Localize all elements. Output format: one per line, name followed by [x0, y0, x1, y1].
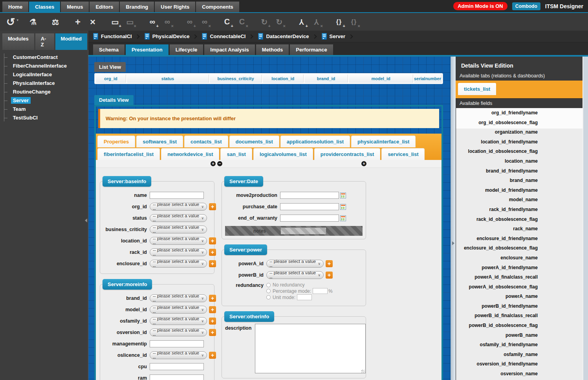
add-screen-icon[interactable]: ▭ + ▾ — [109, 15, 121, 29]
content-tab[interactable]: Lifecycle — [170, 44, 203, 55]
date-input[interactable] — [280, 215, 339, 222]
add-class-icon[interactable]: + ▾ — [71, 15, 84, 29]
add-category-icon[interactable]: C + ▾ — [221, 15, 233, 29]
available-field-item[interactable]: model_id_friendlyname — [456, 185, 583, 195]
select-dropdown[interactable]: -- please select a value --∨ — [150, 329, 207, 336]
date-input[interactable] — [280, 192, 339, 199]
calendar-icon[interactable] — [340, 204, 346, 210]
add-column-button[interactable]: + — [211, 161, 216, 166]
details-tab[interactable]: fiberinterfacelist_list — [97, 148, 160, 160]
list-view-column[interactable]: model_id — [349, 74, 413, 83]
available-field-item[interactable]: org_id_friendlyname — [456, 108, 583, 118]
add-value-button[interactable]: + — [326, 260, 333, 267]
remove-lifecycle-icon[interactable]: ↻ × ▾ — [273, 15, 286, 29]
details-view-tab[interactable]: Details View — [94, 95, 134, 105]
collapse-sidebar-arrow-icon[interactable] — [85, 218, 87, 222]
expand-panel-arrow-icon[interactable] — [452, 241, 454, 245]
class-tree-item[interactable]: FiberChannelInterface — [4, 62, 88, 70]
available-field-item[interactable]: enclosure_id_friendlyname — [456, 234, 583, 244]
details-tab[interactable]: documents_list — [229, 136, 279, 147]
details-tab[interactable]: Properties — [97, 136, 135, 147]
available-field-item[interactable]: osversion_id_friendlyname — [456, 359, 583, 369]
available-field-item[interactable]: osfamily_id_friendlyname — [456, 340, 583, 350]
select-dropdown[interactable]: -- please select a value --∨ — [150, 237, 207, 245]
content-tab[interactable]: Presentation — [126, 44, 169, 55]
remove-linkset-icon[interactable]: ∞ × ▾ — [198, 15, 211, 29]
list-view-column[interactable]: location_id — [263, 74, 304, 83]
select-dropdown[interactable]: -- please select a value --∨ — [150, 226, 207, 233]
add-value-button[interactable]: + — [209, 203, 216, 210]
content-tab[interactable]: Schema — [93, 44, 125, 55]
list-view-column[interactable]: status — [127, 74, 209, 83]
balance-scales-icon[interactable]: ⚖ ▾ — [49, 15, 62, 29]
add-lifecycle-icon[interactable]: ↻ + ▾ — [258, 15, 271, 29]
add-linkset-icon[interactable]: ∞ + ▾ — [183, 15, 196, 29]
available-field-item[interactable]: powerB_id_finalclass_recall — [456, 311, 583, 321]
calendar-icon[interactable] — [340, 193, 346, 198]
select-dropdown[interactable]: -- please select a value --∨ — [150, 203, 207, 211]
available-field-item[interactable]: powerB_name — [456, 330, 583, 340]
combodo-badge[interactable]: Combodo — [512, 2, 540, 10]
select-dropdown[interactable]: -- please select a value --∨ — [150, 317, 207, 325]
add-link-icon[interactable]: ∞ + ▾ — [146, 15, 159, 29]
available-field-item[interactable]: powerA_id_friendlyname — [456, 263, 583, 273]
available-field-item[interactable]: powerA_id_obsolescence_flag — [456, 282, 583, 292]
menu-tab[interactable]: User Rights — [155, 2, 195, 12]
add-value-button[interactable]: + — [209, 318, 216, 325]
menu-tab[interactable]: Menus — [61, 2, 89, 12]
radio-option[interactable]: Percentage mode: % — [266, 288, 333, 294]
available-field-item[interactable]: enclosure_name — [456, 253, 583, 263]
available-field-item[interactable]: powerB_id_obsolescence_flag — [456, 321, 583, 330]
select-dropdown[interactable]: -- please select a value --∨ — [150, 248, 207, 256]
list-view-column[interactable]: brand_id — [304, 74, 348, 83]
list-view-column[interactable]: org_id — [96, 74, 126, 83]
content-tab[interactable]: Impact Analysis — [204, 44, 255, 55]
class-tree-item[interactable]: Server — [4, 97, 88, 104]
add-value-button[interactable]: + — [209, 352, 216, 359]
class-tree-item[interactable]: CustomerContract — [4, 53, 88, 61]
radio-icon[interactable] — [266, 295, 271, 299]
panel-splitter[interactable] — [451, 57, 456, 380]
details-tab[interactable]: san_list — [220, 148, 252, 160]
available-field-item[interactable]: powerB_id_friendlyname — [456, 301, 583, 311]
breadcrumb-item[interactable]: ConnectableCI — [202, 33, 256, 40]
add-value-button[interactable]: + — [209, 329, 216, 336]
select-dropdown[interactable]: -- please select a value --∨ — [266, 271, 324, 279]
class-tree-item[interactable]: PhysicalInterface — [4, 79, 88, 87]
available-field-item[interactable]: powerA_id_finalclass_recall — [456, 272, 583, 282]
remove-relation-icon[interactable]: Y × ▾ — [310, 15, 323, 29]
radio-value-input[interactable] — [297, 294, 312, 300]
add-value-button[interactable]: + — [209, 237, 216, 244]
sidebar-tab[interactable]: Modified — [55, 33, 87, 50]
remove-category-icon[interactable]: C × ▾ — [236, 15, 248, 29]
details-tab[interactable]: applicationsolution_list — [280, 136, 350, 147]
add-value-button[interactable]: + — [209, 295, 216, 302]
available-field-item[interactable]: powerA_name — [456, 292, 583, 301]
calendar-icon[interactable] — [340, 215, 346, 221]
description-textarea[interactable] — [255, 324, 366, 373]
add-column-button[interactable]: + — [361, 161, 366, 166]
radio-icon[interactable] — [266, 283, 271, 287]
remove-method-icon[interactable]: {} × ▾ — [348, 15, 360, 29]
breadcrumb-item[interactable]: PhysicalDevice — [145, 33, 201, 40]
breadcrumb-item[interactable]: Server — [322, 33, 356, 40]
remove-screen-icon[interactable]: ▭ × ▾ — [124, 15, 136, 29]
text-input[interactable] — [150, 363, 204, 370]
text-input[interactable] — [150, 192, 204, 199]
available-field-item[interactable]: osfamily_name — [456, 350, 583, 360]
select-dropdown[interactable]: -- please select a value --∨ — [150, 351, 207, 359]
available-field-item[interactable]: location_id_obsolescence_flag — [456, 147, 583, 156]
sidebar-tab[interactable]: A-Z — [35, 33, 54, 50]
class-tree-item[interactable]: Team — [4, 105, 88, 113]
class-tree-item[interactable]: TestSubCI — [4, 114, 88, 121]
radio-value-input[interactable] — [313, 288, 328, 294]
menu-tab[interactable]: Home — [2, 2, 28, 12]
select-dropdown[interactable]: -- please select a value --∨ — [150, 294, 207, 302]
text-input[interactable] — [150, 340, 204, 347]
resize-grip-icon[interactable] — [361, 370, 365, 373]
details-tab[interactable]: logicalvolumes_list — [253, 148, 313, 160]
select-dropdown[interactable]: -- please select a value --∨ — [150, 260, 207, 268]
available-field-item[interactable]: brand_id_friendlyname — [456, 166, 583, 176]
menu-tab[interactable]: Classes — [29, 2, 60, 12]
select-dropdown[interactable]: -- please select a value --∨ — [150, 306, 207, 314]
